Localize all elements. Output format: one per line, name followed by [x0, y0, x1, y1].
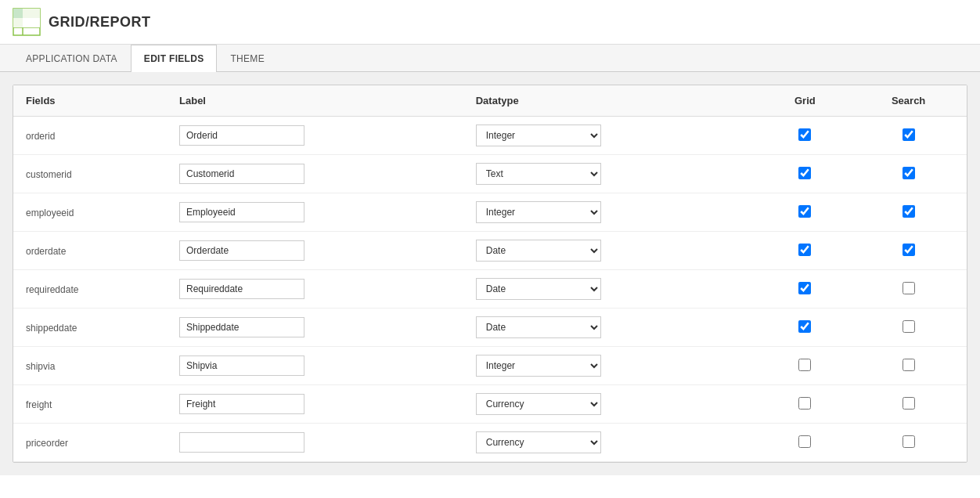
search-cell: [850, 385, 967, 424]
search-checkbox[interactable]: [903, 435, 915, 448]
col-header-fields: Fields: [13, 85, 167, 117]
datatype-select[interactable]: IntegerTextDateCurrencyFloatBoolean: [476, 393, 601, 415]
field-name-label: priceorder: [26, 438, 68, 449]
label-cell: [167, 424, 463, 462]
search-checkbox[interactable]: [903, 205, 915, 218]
grid-checkbox[interactable]: [798, 435, 811, 448]
grid-cell: [759, 232, 850, 270]
datatype-select[interactable]: IntegerTextDateCurrencyFloatBoolean: [476, 163, 601, 185]
label-input[interactable]: [179, 432, 304, 453]
col-header-label: Label: [167, 85, 463, 117]
grid-checkbox[interactable]: [798, 205, 811, 218]
datatype-cell: IntegerTextDateCurrencyFloatBoolean: [463, 385, 760, 424]
tab-edit-fields[interactable]: EDIT FIELDS: [131, 45, 218, 72]
datatype-select[interactable]: IntegerTextDateCurrencyFloatBoolean: [476, 201, 601, 223]
label-cell: [167, 270, 463, 309]
search-checkbox[interactable]: [903, 359, 915, 371]
tab-bar: APPLICATION DATA EDIT FIELDS THEME: [0, 45, 980, 72]
label-cell: [167, 155, 463, 193]
field-name-label: employeeid: [26, 208, 74, 218]
grid-checkbox[interactable]: [798, 244, 811, 256]
tab-application-data[interactable]: APPLICATION DATA: [13, 45, 131, 72]
datatype-select[interactable]: IntegerTextDateCurrencyFloatBoolean: [476, 125, 601, 146]
field-name-cell: employeeid: [13, 193, 167, 232]
app-title: GRID/REPORT: [49, 14, 151, 31]
search-checkbox[interactable]: [903, 167, 915, 179]
search-cell: [850, 193, 967, 232]
svg-rect-6: [13, 18, 23, 27]
table-row: priceorderIntegerTextDateCurrencyFloatBo…: [13, 424, 967, 462]
label-cell: [167, 347, 463, 385]
table-row: freightIntegerTextDateCurrencyFloatBoole…: [13, 385, 967, 424]
grid-checkbox[interactable]: [798, 167, 811, 179]
grid-checkbox[interactable]: [798, 320, 811, 333]
field-name-label: freight: [26, 399, 52, 410]
field-name-cell: shipvia: [13, 347, 167, 385]
label-cell: [167, 117, 463, 155]
grid-checkbox[interactable]: [798, 128, 811, 141]
datatype-cell: IntegerTextDateCurrencyFloatBoolean: [463, 117, 760, 155]
grid-cell: [759, 424, 850, 462]
grid-cell: [759, 347, 850, 385]
field-name-label: shippeddate: [26, 323, 77, 334]
grid-cell: [759, 117, 850, 155]
search-cell: [850, 270, 967, 309]
grid-cell: [759, 270, 850, 309]
search-checkbox[interactable]: [903, 128, 915, 141]
search-checkbox[interactable]: [903, 244, 915, 256]
label-input[interactable]: [179, 125, 304, 146]
table-row: customeridIntegerTextDateCurrencyFloatBo…: [13, 155, 967, 193]
search-cell: [850, 347, 967, 385]
main-content: Fields Label Datatype Grid Search orderi…: [0, 72, 980, 475]
datatype-select[interactable]: IntegerTextDateCurrencyFloatBoolean: [476, 240, 601, 262]
label-input[interactable]: [179, 355, 304, 376]
app-header: GRID/REPORT: [0, 0, 980, 45]
label-input[interactable]: [179, 394, 304, 414]
datatype-select[interactable]: IntegerTextDateCurrencyFloatBoolean: [476, 278, 601, 300]
col-header-datatype: Datatype: [463, 85, 760, 117]
field-name-cell: orderid: [13, 117, 167, 155]
app-icon: [13, 8, 41, 36]
label-cell: [167, 385, 463, 424]
label-input[interactable]: [179, 164, 304, 184]
search-cell: [850, 424, 967, 462]
datatype-cell: IntegerTextDateCurrencyFloatBoolean: [463, 193, 760, 232]
table-row: shippeddateIntegerTextDateCurrencyFloatB…: [13, 309, 967, 347]
field-name-cell: orderdate: [13, 232, 167, 270]
search-cell: [850, 117, 967, 155]
field-name-label: orderdate: [26, 246, 66, 257]
svg-rect-7: [23, 18, 40, 27]
datatype-cell: IntegerTextDateCurrencyFloatBoolean: [463, 309, 760, 347]
datatype-cell: IntegerTextDateCurrencyFloatBoolean: [463, 155, 760, 193]
field-name-cell: priceorder: [13, 424, 167, 462]
field-name-label: requireddate: [26, 284, 78, 295]
label-input[interactable]: [179, 240, 304, 261]
search-cell: [850, 309, 967, 347]
datatype-select[interactable]: IntegerTextDateCurrencyFloatBoolean: [476, 355, 601, 377]
label-cell: [167, 193, 463, 232]
grid-cell: [759, 385, 850, 424]
field-name-cell: shippeddate: [13, 309, 167, 347]
label-cell: [167, 232, 463, 270]
search-checkbox[interactable]: [903, 282, 915, 294]
table-row: employeeidIntegerTextDateCurrencyFloatBo…: [13, 193, 967, 232]
grid-checkbox[interactable]: [798, 359, 811, 371]
table-row: shipviaIntegerTextDateCurrencyFloatBoole…: [13, 347, 967, 385]
datatype-cell: IntegerTextDateCurrencyFloatBoolean: [463, 347, 760, 385]
grid-cell: [759, 309, 850, 347]
label-input[interactable]: [179, 317, 304, 337]
tab-theme[interactable]: THEME: [217, 45, 278, 72]
grid-checkbox[interactable]: [798, 397, 811, 410]
grid-cell: [759, 155, 850, 193]
search-checkbox[interactable]: [903, 320, 915, 333]
label-input[interactable]: [179, 202, 304, 222]
datatype-cell: IntegerTextDateCurrencyFloatBoolean: [463, 232, 760, 270]
grid-checkbox[interactable]: [798, 282, 811, 294]
label-input[interactable]: [179, 279, 304, 299]
svg-rect-5: [23, 9, 40, 18]
table-row: requireddateIntegerTextDateCurrencyFloat…: [13, 270, 967, 309]
search-checkbox[interactable]: [903, 397, 915, 410]
label-cell: [167, 309, 463, 347]
datatype-select[interactable]: IntegerTextDateCurrencyFloatBoolean: [476, 431, 601, 453]
datatype-select[interactable]: IntegerTextDateCurrencyFloatBoolean: [476, 316, 601, 338]
